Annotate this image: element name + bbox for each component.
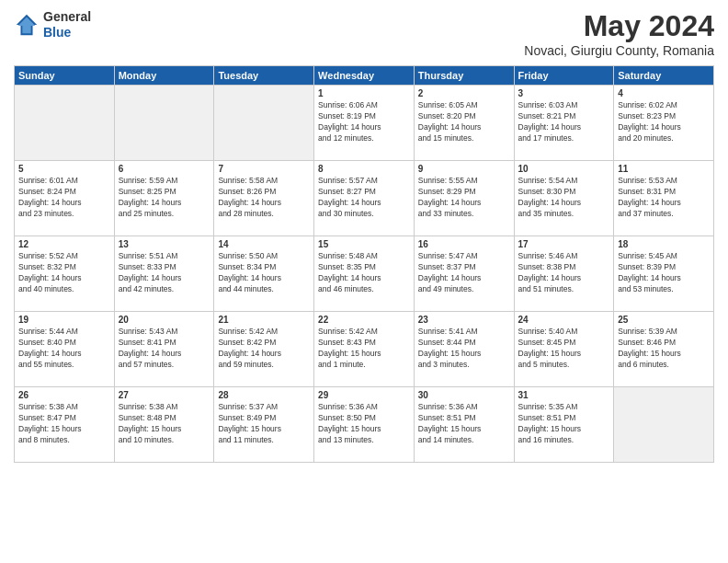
day-number: 10 [518,164,610,174]
calendar-cell [614,387,714,463]
day-number: 2 [418,88,510,98]
calendar-week-row: 19Sunrise: 5:44 AM Sunset: 8:40 PM Dayli… [15,312,714,387]
weekday-header: Tuesday [214,66,314,86]
day-info: Sunrise: 5:42 AM Sunset: 8:43 PM Dayligh… [318,327,410,371]
calendar-cell: 31Sunrise: 5:35 AM Sunset: 8:51 PM Dayli… [514,387,614,463]
title-month: May 2024 [524,9,714,43]
calendar-cell: 16Sunrise: 5:47 AM Sunset: 8:37 PM Dayli… [414,236,514,312]
day-number: 6 [119,164,210,174]
day-number: 11 [618,164,710,174]
day-number: 18 [618,239,710,249]
day-info: Sunrise: 5:36 AM Sunset: 8:51 PM Dayligh… [418,402,510,446]
day-info: Sunrise: 5:44 AM Sunset: 8:40 PM Dayligh… [18,327,110,371]
weekday-header-row: SundayMondayTuesdayWednesdayThursdayFrid… [15,66,714,86]
day-info: Sunrise: 5:40 AM Sunset: 8:45 PM Dayligh… [518,327,610,371]
day-info: Sunrise: 6:01 AM Sunset: 8:24 PM Dayligh… [18,176,110,220]
calendar-cell: 21Sunrise: 5:42 AM Sunset: 8:42 PM Dayli… [214,312,314,387]
page: General Blue May 2024 Novaci, Giurgiu Co… [0,0,728,563]
day-info: Sunrise: 5:42 AM Sunset: 8:42 PM Dayligh… [218,327,310,371]
calendar-cell: 22Sunrise: 5:42 AM Sunset: 8:43 PM Dayli… [314,312,415,387]
header: General Blue May 2024 Novaci, Giurgiu Co… [14,9,714,58]
calendar-cell: 12Sunrise: 5:52 AM Sunset: 8:32 PM Dayli… [15,236,115,312]
day-info: Sunrise: 5:45 AM Sunset: 8:39 PM Dayligh… [618,251,710,295]
title-block: May 2024 Novaci, Giurgiu County, Romania [524,9,714,58]
calendar-cell: 11Sunrise: 5:53 AM Sunset: 8:31 PM Dayli… [614,161,714,236]
day-number: 4 [618,88,710,98]
day-number: 9 [418,164,510,174]
calendar-cell: 30Sunrise: 5:36 AM Sunset: 8:51 PM Dayli… [414,387,514,463]
logo-icon [14,12,40,38]
day-info: Sunrise: 5:37 AM Sunset: 8:49 PM Dayligh… [218,402,310,446]
day-number: 17 [518,239,610,249]
day-info: Sunrise: 5:41 AM Sunset: 8:44 PM Dayligh… [418,327,510,371]
calendar-cell: 23Sunrise: 5:41 AM Sunset: 8:44 PM Dayli… [414,312,514,387]
day-info: Sunrise: 6:03 AM Sunset: 8:21 PM Dayligh… [518,100,610,144]
weekday-header: Friday [514,66,614,86]
day-number: 29 [318,390,410,400]
weekday-header: Thursday [414,66,514,86]
day-number: 30 [418,390,510,400]
day-number: 20 [119,315,210,325]
calendar-week-row: 26Sunrise: 5:38 AM Sunset: 8:47 PM Dayli… [15,387,714,463]
logo-general: General [43,9,91,24]
calendar-cell: 10Sunrise: 5:54 AM Sunset: 8:30 PM Dayli… [514,161,614,236]
calendar-cell: 13Sunrise: 5:51 AM Sunset: 8:33 PM Dayli… [114,236,214,312]
title-location: Novaci, Giurgiu County, Romania [524,43,714,58]
day-number: 3 [518,88,610,98]
day-info: Sunrise: 5:36 AM Sunset: 8:50 PM Dayligh… [318,402,410,446]
weekday-header: Monday [114,66,214,86]
calendar-cell: 9Sunrise: 5:55 AM Sunset: 8:29 PM Daylig… [414,161,514,236]
calendar-cell [214,86,314,161]
day-info: Sunrise: 5:38 AM Sunset: 8:48 PM Dayligh… [119,402,210,446]
day-number: 26 [18,390,110,400]
calendar-cell: 26Sunrise: 5:38 AM Sunset: 8:47 PM Dayli… [15,387,115,463]
day-number: 14 [218,239,310,249]
day-number: 8 [318,164,410,174]
day-info: Sunrise: 6:06 AM Sunset: 8:19 PM Dayligh… [318,100,410,144]
day-number: 1 [318,88,410,98]
calendar-cell [15,86,115,161]
day-number: 12 [18,239,110,249]
day-number: 19 [18,315,110,325]
calendar-cell: 2Sunrise: 6:05 AM Sunset: 8:20 PM Daylig… [414,86,514,161]
calendar-cell: 24Sunrise: 5:40 AM Sunset: 8:45 PM Dayli… [514,312,614,387]
day-info: Sunrise: 5:47 AM Sunset: 8:37 PM Dayligh… [418,251,510,295]
day-info: Sunrise: 5:59 AM Sunset: 8:25 PM Dayligh… [119,176,210,220]
calendar-cell: 25Sunrise: 5:39 AM Sunset: 8:46 PM Dayli… [614,312,714,387]
calendar-cell: 29Sunrise: 5:36 AM Sunset: 8:50 PM Dayli… [314,387,415,463]
calendar-week-row: 12Sunrise: 5:52 AM Sunset: 8:32 PM Dayli… [15,236,714,312]
calendar: SundayMondayTuesdayWednesdayThursdayFrid… [14,65,714,463]
day-info: Sunrise: 6:05 AM Sunset: 8:20 PM Dayligh… [418,100,510,144]
calendar-cell: 17Sunrise: 5:46 AM Sunset: 8:38 PM Dayli… [514,236,614,312]
day-info: Sunrise: 5:39 AM Sunset: 8:46 PM Dayligh… [618,327,710,371]
day-info: Sunrise: 5:55 AM Sunset: 8:29 PM Dayligh… [418,176,510,220]
day-info: Sunrise: 5:48 AM Sunset: 8:35 PM Dayligh… [318,251,410,295]
calendar-week-row: 1Sunrise: 6:06 AM Sunset: 8:19 PM Daylig… [15,86,714,161]
day-number: 31 [518,390,610,400]
weekday-header: Wednesday [314,66,415,86]
day-number: 15 [318,239,410,249]
day-info: Sunrise: 5:50 AM Sunset: 8:34 PM Dayligh… [218,251,310,295]
day-number: 27 [119,390,210,400]
calendar-cell: 14Sunrise: 5:50 AM Sunset: 8:34 PM Dayli… [214,236,314,312]
logo: General Blue [14,9,91,40]
day-number: 25 [618,315,710,325]
calendar-cell: 3Sunrise: 6:03 AM Sunset: 8:21 PM Daylig… [514,86,614,161]
calendar-cell: 6Sunrise: 5:59 AM Sunset: 8:25 PM Daylig… [114,161,214,236]
day-info: Sunrise: 5:51 AM Sunset: 8:33 PM Dayligh… [119,251,210,295]
calendar-cell: 7Sunrise: 5:58 AM Sunset: 8:26 PM Daylig… [214,161,314,236]
calendar-cell: 27Sunrise: 5:38 AM Sunset: 8:48 PM Dayli… [114,387,214,463]
day-number: 5 [18,164,110,174]
day-info: Sunrise: 5:35 AM Sunset: 8:51 PM Dayligh… [518,402,610,446]
day-info: Sunrise: 5:54 AM Sunset: 8:30 PM Dayligh… [518,176,610,220]
calendar-cell: 28Sunrise: 5:37 AM Sunset: 8:49 PM Dayli… [214,387,314,463]
day-info: Sunrise: 5:52 AM Sunset: 8:32 PM Dayligh… [18,251,110,295]
day-info: Sunrise: 6:02 AM Sunset: 8:23 PM Dayligh… [618,100,710,144]
calendar-cell: 15Sunrise: 5:48 AM Sunset: 8:35 PM Dayli… [314,236,415,312]
logo-text: General Blue [43,9,91,40]
day-number: 22 [318,315,410,325]
day-info: Sunrise: 5:38 AM Sunset: 8:47 PM Dayligh… [18,402,110,446]
day-number: 7 [218,164,310,174]
calendar-week-row: 5Sunrise: 6:01 AM Sunset: 8:24 PM Daylig… [15,161,714,236]
logo-blue: Blue [43,25,71,40]
